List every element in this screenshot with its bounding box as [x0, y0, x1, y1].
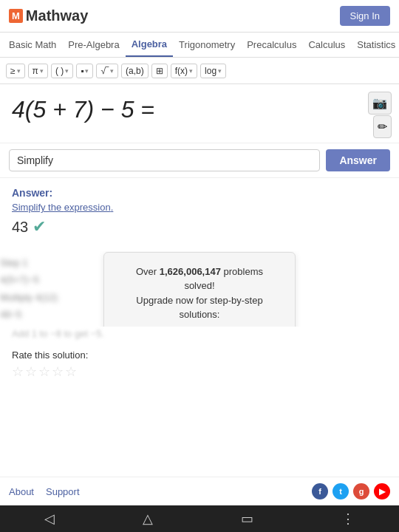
- rate-section: Rate this solution: ☆ ☆ ☆ ☆ ☆: [0, 342, 399, 387]
- toolbar-sqrt[interactable]: √‾▾: [96, 64, 118, 78]
- home-icon[interactable]: △: [143, 511, 153, 527]
- nav-algebra[interactable]: Algebra: [126, 33, 173, 57]
- nav-precalc[interactable]: Precalculus: [241, 33, 302, 56]
- facebook-icon[interactable]: f: [312, 483, 328, 499]
- logo-box: M: [9, 9, 23, 23]
- bottom-bar: ◁ △ ▭ ⋮: [0, 505, 399, 532]
- answer-label: Answer:: [12, 187, 387, 199]
- mode-select[interactable]: Simplify: [9, 149, 320, 171]
- twitter-icon[interactable]: t: [332, 483, 349, 499]
- answer-description: Simplify the expression.: [12, 202, 387, 213]
- footer: About Support f t g ▶: [0, 477, 399, 505]
- upgrade-subtext: Upgrade now for step-by-step solutions:: [136, 295, 262, 321]
- back-icon[interactable]: ◁: [44, 511, 55, 527]
- star-3[interactable]: ☆: [38, 364, 50, 380]
- pen-button[interactable]: ✏: [373, 115, 392, 138]
- camera-button[interactable]: 📷: [368, 92, 392, 115]
- star-5[interactable]: ☆: [65, 364, 77, 380]
- gplus-icon[interactable]: g: [353, 483, 369, 499]
- star-4[interactable]: ☆: [52, 364, 64, 380]
- answer-section: Answer: Simplify the expression. 43 ✔: [0, 178, 399, 251]
- upgrade-overlay: Over 1,626,006,147 problems solved! Upgr…: [103, 252, 296, 327]
- toolbar-paren[interactable]: ( )▾: [51, 64, 73, 78]
- input-area: 4(5 + 7) − 5 = 📷 ✏: [0, 84, 399, 143]
- answer-button[interactable]: Answer: [326, 149, 390, 171]
- toolbar-fx[interactable]: f(x)▾: [171, 64, 197, 78]
- logo: M Mathway: [9, 7, 88, 24]
- nav-basic-math[interactable]: Basic Math: [3, 33, 62, 56]
- footer-links: About Support: [9, 486, 80, 497]
- toolbar-log[interactable]: log▾: [200, 64, 226, 78]
- sign-in-button[interactable]: Sign In: [340, 6, 390, 26]
- last-step-blurred: Add 1 to −8 to get −5.: [0, 327, 399, 342]
- nav-pre-algebra[interactable]: Pre-Algebra: [62, 33, 125, 56]
- toolbar-interval[interactable]: (a,b): [121, 64, 149, 78]
- nav-trig[interactable]: Trigonometry: [173, 33, 241, 56]
- expression-link[interactable]: expression: [64, 202, 111, 213]
- star-rating: ☆ ☆ ☆ ☆ ☆: [12, 364, 387, 380]
- header: M Mathway Sign In: [0, 0, 399, 33]
- checkmark-icon: ✔: [33, 217, 46, 236]
- recent-icon[interactable]: ▭: [241, 511, 253, 527]
- rate-label: Rate this solution:: [12, 349, 387, 361]
- social-icons: f t g ▶: [312, 483, 390, 499]
- expr-text: 4(5 + 7) − 5 =: [12, 96, 154, 123]
- answer-number: 43: [12, 219, 28, 236]
- nav-calc[interactable]: Calculus: [302, 33, 351, 56]
- toolbar-matrix[interactable]: ⊞: [151, 64, 168, 78]
- math-expression: 4(5 + 7) − 5 =: [12, 96, 387, 123]
- upgrade-count: 1,626,006,147: [160, 266, 221, 277]
- steps-wrapper: Step 1 4(5+7)−5 Multiply 4(12) 48−5 Over…: [0, 251, 399, 327]
- nav-bar: Basic Math Pre-Algebra Algebra Trigonome…: [0, 33, 399, 58]
- simplify-row: Simplify Answer: [0, 143, 399, 178]
- upgrade-text: Over 1,626,006,147 problems solved! Upgr…: [122, 265, 277, 322]
- math-toolbar: ≥▾ π▾ ( )▾ ▪▾ √‾▾ (a,b) ⊞ f(x)▾ log▾: [0, 58, 399, 84]
- about-link[interactable]: About: [9, 486, 34, 497]
- support-link[interactable]: Support: [46, 486, 80, 497]
- toolbar-pi[interactable]: π▾: [28, 64, 48, 78]
- star-1[interactable]: ☆: [12, 364, 24, 380]
- toolbar-format[interactable]: ▪▾: [76, 64, 93, 78]
- more-icon[interactable]: ⋮: [341, 511, 355, 527]
- toolbar-gte[interactable]: ≥▾: [6, 64, 25, 78]
- nav-stats[interactable]: Statistics: [351, 33, 399, 56]
- logo-text: Mathway: [26, 7, 88, 24]
- answer-value: 43 ✔: [12, 217, 387, 236]
- upgrade-prefix: Over: [136, 266, 160, 277]
- youtube-icon[interactable]: ▶: [374, 483, 390, 499]
- star-2[interactable]: ☆: [25, 364, 37, 380]
